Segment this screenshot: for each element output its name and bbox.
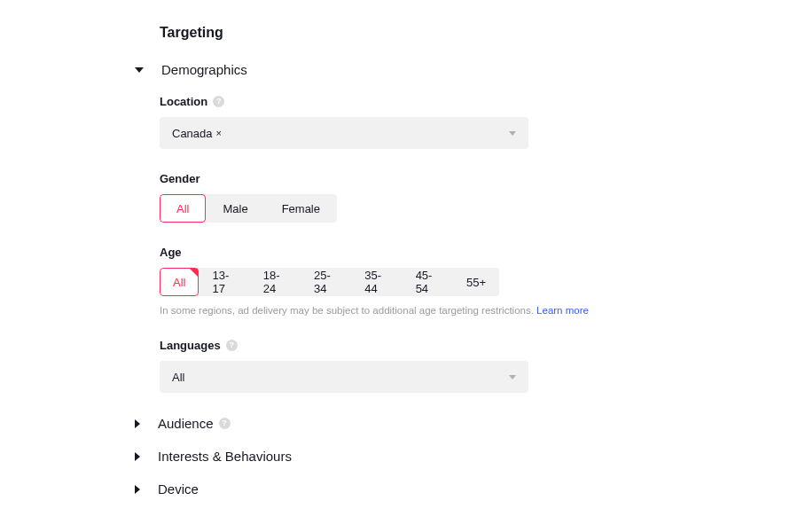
gender-button-group: All Male Female — [160, 194, 337, 223]
field-age: Age All 13-17 18-24 25-34 35-44 45-54 55… — [160, 246, 798, 316]
help-icon[interactable]: ? — [226, 340, 238, 351]
field-languages: Languages ? All — [160, 339, 798, 393]
field-location: Location ? Canada × — [160, 95, 798, 149]
caret-right-icon — [135, 485, 140, 494]
caret-right-icon — [135, 419, 140, 428]
section-toggle-interests[interactable]: Interests & Behaviours — [135, 449, 798, 464]
section-label-audience: Audience — [158, 416, 214, 431]
caret-right-icon — [135, 452, 140, 461]
age-option-13-17[interactable]: 13-17 — [199, 268, 249, 296]
close-icon[interactable]: × — [216, 128, 222, 138]
section-label-interests: Interests & Behaviours — [158, 449, 292, 464]
age-option-55plus[interactable]: 55+ — [453, 268, 499, 296]
chevron-down-icon — [509, 375, 516, 379]
age-option-35-44[interactable]: 35-44 — [351, 268, 402, 296]
age-option-45-54[interactable]: 45-54 — [403, 268, 453, 296]
location-label: Location — [160, 95, 207, 108]
age-note: In some regions, ad delivery may be subj… — [160, 305, 798, 316]
caret-down-icon — [135, 67, 144, 73]
section-toggle-demographics[interactable]: Demographics — [135, 62, 798, 77]
gender-label: Gender — [160, 172, 200, 185]
chevron-down-icon — [509, 131, 516, 136]
age-note-text: In some regions, ad delivery may be subj… — [160, 305, 536, 316]
help-icon[interactable]: ? — [213, 96, 224, 107]
section-label-device: Device — [158, 481, 199, 497]
section-toggle-device[interactable]: Device — [135, 481, 798, 497]
languages-label: Languages — [160, 339, 221, 352]
gender-option-female[interactable]: Female — [265, 194, 337, 223]
age-option-25-34[interactable]: 25-34 — [301, 268, 351, 296]
learn-more-link[interactable]: Learn more — [536, 305, 589, 316]
help-icon[interactable]: ? — [219, 418, 231, 429]
gender-option-all[interactable]: All — [160, 194, 206, 223]
section-toggle-audience[interactable]: Audience ? — [135, 416, 798, 431]
age-option-18-24[interactable]: 18-24 — [250, 268, 301, 296]
location-select[interactable]: Canada × — [160, 117, 528, 149]
gender-option-male[interactable]: Male — [206, 194, 264, 223]
location-tag: Canada — [172, 127, 213, 140]
languages-value: All — [172, 371, 184, 384]
field-gender: Gender All Male Female — [160, 172, 798, 223]
age-button-group: All 13-17 18-24 25-34 35-44 45-54 55+ — [160, 268, 499, 296]
page-title: Targeting — [160, 25, 798, 41]
languages-select[interactable]: All — [160, 361, 528, 393]
age-label: Age — [160, 246, 182, 259]
section-label-demographics: Demographics — [161, 62, 247, 77]
age-option-all[interactable]: All — [160, 268, 199, 296]
